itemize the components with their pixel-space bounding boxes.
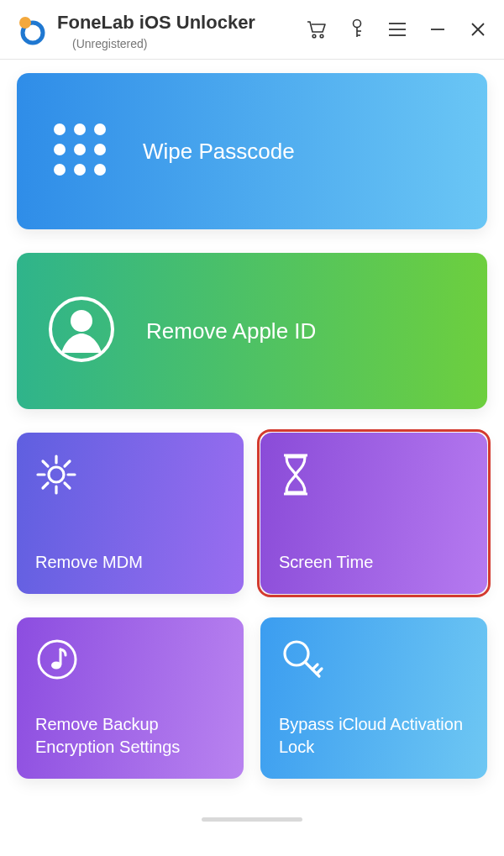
card-label: Remove MDM xyxy=(35,551,143,574)
keypad-icon xyxy=(47,117,113,186)
hourglass-icon xyxy=(279,451,312,498)
card-screen-time[interactable]: Screen Time xyxy=(260,433,487,594)
svg-point-32 xyxy=(51,662,61,670)
svg-line-28 xyxy=(65,483,70,488)
svg-point-4 xyxy=(354,20,361,28)
menu-icon[interactable] xyxy=(386,18,408,40)
title-bar: FoneLab iOS Unlocker (Unregistered) xyxy=(0,0,504,60)
card-row-2: Remove Backup Encryption Settings Bypass… xyxy=(17,617,487,779)
gear-icon xyxy=(35,451,77,498)
card-label: Remove Backup Encryption Settings xyxy=(35,713,227,759)
svg-point-19 xyxy=(94,164,106,176)
card-label: Wipe Passcode xyxy=(143,139,295,165)
app-window: FoneLab iOS Unlocker (Unregistered) xyxy=(0,0,504,856)
card-label: Bypass iCloud Activation Lock xyxy=(279,713,470,759)
main-content: Wipe Passcode Remove Apple ID xyxy=(0,60,504,856)
card-bypass-icloud[interactable]: Bypass iCloud Activation Lock xyxy=(260,617,487,779)
scroll-indicator[interactable] xyxy=(202,817,302,822)
card-row-1: Remove MDM Screen Time xyxy=(17,433,487,594)
key-icon[interactable] xyxy=(346,18,368,40)
card-remove-apple-id[interactable]: Remove Apple ID xyxy=(17,253,487,409)
registration-status: (Unregistered) xyxy=(72,37,255,50)
user-icon xyxy=(47,295,116,367)
svg-point-12 xyxy=(74,123,86,135)
minimize-icon[interactable] xyxy=(427,18,449,40)
svg-line-27 xyxy=(43,461,48,466)
svg-point-15 xyxy=(74,144,86,155)
svg-point-16 xyxy=(94,144,106,155)
card-wipe-passcode[interactable]: Wipe Passcode xyxy=(17,73,487,229)
magnifier-key-icon xyxy=(279,636,326,683)
window-controls xyxy=(306,12,489,40)
svg-point-22 xyxy=(49,467,64,482)
svg-point-17 xyxy=(54,164,66,176)
close-icon[interactable] xyxy=(467,18,489,40)
app-logo xyxy=(13,13,47,47)
svg-line-29 xyxy=(65,461,70,466)
svg-line-30 xyxy=(43,483,48,488)
brand-block: FoneLab iOS Unlocker (Unregistered) xyxy=(13,12,255,50)
svg-point-13 xyxy=(94,123,106,135)
music-note-icon xyxy=(35,636,79,683)
svg-point-31 xyxy=(39,641,76,678)
svg-point-18 xyxy=(74,164,86,176)
card-label: Screen Time xyxy=(279,551,373,574)
svg-point-2 xyxy=(312,34,316,38)
card-remove-backup-encryption[interactable]: Remove Backup Encryption Settings xyxy=(17,617,244,779)
svg-point-21 xyxy=(71,310,92,332)
svg-line-35 xyxy=(312,664,318,670)
svg-point-11 xyxy=(54,123,66,135)
svg-point-3 xyxy=(320,34,323,38)
app-title: FoneLab iOS Unlocker xyxy=(57,12,255,34)
svg-line-36 xyxy=(317,669,322,674)
svg-point-1 xyxy=(19,17,31,29)
card-remove-mdm[interactable]: Remove MDM xyxy=(17,433,244,594)
card-label: Remove Apple ID xyxy=(146,318,316,344)
svg-point-14 xyxy=(54,144,66,155)
cart-icon[interactable] xyxy=(306,18,328,40)
title-block: FoneLab iOS Unlocker (Unregistered) xyxy=(57,12,255,50)
